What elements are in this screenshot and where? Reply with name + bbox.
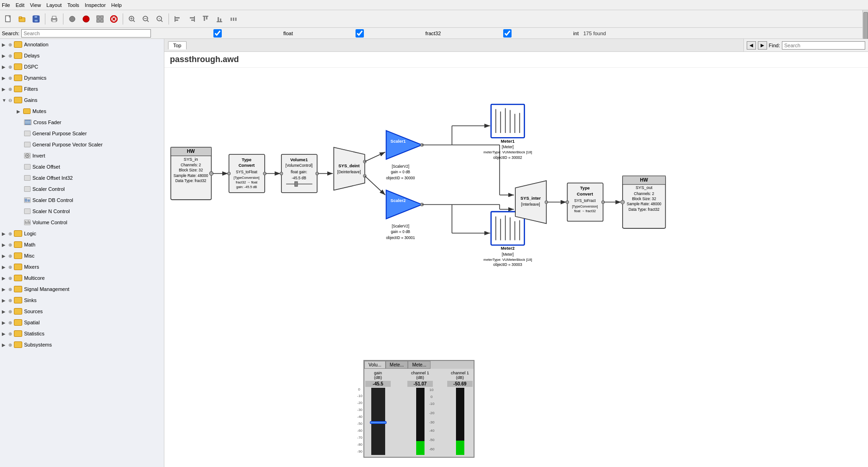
expand-subsystems[interactable]: ▶ xyxy=(2,342,8,347)
int-checkbox-label[interactable]: int xyxy=(443,29,579,38)
hw-out-block[interactable]: HW SYS_out Channels: 2 Block Size: 32 Sa… xyxy=(621,176,666,228)
find-input[interactable] xyxy=(782,41,865,50)
align-left-button[interactable] xyxy=(171,13,184,25)
sys-deint-block[interactable]: SYS_deint [Deinterleave] xyxy=(334,147,366,190)
tree-item-mutes[interactable]: ▶ Mutes xyxy=(9,106,164,117)
stop2-button[interactable] xyxy=(107,13,120,25)
align-right-button[interactable] xyxy=(185,13,198,25)
tree-item-mixers[interactable]: ▶ ⊕ Mixers xyxy=(0,261,164,272)
gains-children: ▶ Mutes Cross Fader General Purpose Scal… xyxy=(0,106,164,228)
float-checkbox-label[interactable]: float xyxy=(153,29,293,38)
tree-label-subsystems: Subsystems xyxy=(24,342,52,347)
meter2-block[interactable]: Meter2 [Meter] meterType: VUMeterBlock [… xyxy=(483,212,532,267)
hw-in-block[interactable]: HW SYS_in Channels: 2 Block Size: 32 Sam… xyxy=(171,147,213,200)
meter-tab-meter2[interactable]: Mete... xyxy=(408,361,431,369)
meter-tab-meter1[interactable]: Mete... xyxy=(386,361,408,369)
layout-button[interactable] xyxy=(94,13,106,25)
menu-inspector[interactable]: Inspector xyxy=(85,2,106,8)
tab-top[interactable]: Top xyxy=(168,41,187,50)
align-top-button[interactable] xyxy=(199,13,212,25)
volume1-block[interactable]: Volume1 [VolumeControl] float gain: -45.… xyxy=(280,154,318,192)
type-convert1-block[interactable]: Type Convert SYS_toFloat [TypeConversion… xyxy=(227,154,266,192)
scaler2-block[interactable]: Scaler2 [ScalerV2] gain = 0 dB objectID … xyxy=(386,190,424,240)
scaler1-block[interactable]: Scaler1 [ScalerV2] gain = 0 dB objectID … xyxy=(386,131,424,180)
tree-item-dynamics[interactable]: ▶ ⊕ Dynamics xyxy=(0,72,164,83)
expand-sinks[interactable]: ▶ xyxy=(2,298,8,303)
tree-label-gp-scaler: General Purpose Scaler xyxy=(32,131,87,136)
zoom-fit-button[interactable]: + xyxy=(153,13,166,25)
expand-logic[interactable]: ▶ xyxy=(2,231,8,236)
tree-item-gpv-scaler[interactable]: General Purpose Vector Scaler xyxy=(9,139,164,150)
tree-item-multicore[interactable]: ▶ ⊕ Multicore xyxy=(0,272,164,284)
meter-tab-volume[interactable]: Volu... xyxy=(364,361,386,369)
diagram-area[interactable]: HW SYS_in Channels: 2 Block Size: 32 Sam… xyxy=(164,52,868,467)
expand-sources[interactable]: ▶ xyxy=(2,309,8,314)
expand-delays[interactable]: ▶ xyxy=(2,53,8,58)
type-convert2-block[interactable]: Type Convert SYS_toFract [TypeConversion… xyxy=(566,183,604,221)
tree-item-logic[interactable]: ▶ ⊕ Logic xyxy=(0,228,164,239)
expand-math[interactable]: ▶ xyxy=(2,242,8,247)
open-button[interactable] xyxy=(16,13,29,25)
align-bottom-button[interactable] xyxy=(213,13,226,25)
expand-multicore[interactable]: ▶ xyxy=(2,276,8,281)
expand-mixers[interactable]: ▶ xyxy=(2,265,8,270)
tree-item-scaleoffset[interactable]: Scale Offset xyxy=(9,161,164,172)
search-input[interactable] xyxy=(21,29,151,38)
tree-item-volume-control[interactable]: Volume Control xyxy=(9,217,164,228)
menu-view[interactable]: View xyxy=(30,2,41,8)
menu-edit[interactable]: Edit xyxy=(16,2,25,8)
gain-slider-knob[interactable] xyxy=(370,421,387,424)
tree-item-scaler-db[interactable]: Scaler DB Control xyxy=(9,195,164,206)
tree-item-sinks[interactable]: ▶ ⊕ Sinks xyxy=(0,295,164,306)
float-checkbox[interactable] xyxy=(153,29,282,38)
tree-item-gp-scaler[interactable]: General Purpose Scaler xyxy=(9,128,164,139)
save-button[interactable] xyxy=(30,13,43,25)
stop-button[interactable] xyxy=(80,13,93,25)
distribute-button[interactable] xyxy=(227,13,240,25)
expand-dspc[interactable]: ▶ xyxy=(2,64,8,69)
menu-tools[interactable]: Tools xyxy=(67,2,79,8)
tree-item-crossfader[interactable]: Cross Fader xyxy=(9,117,164,128)
new-button[interactable] xyxy=(2,13,15,25)
tree-item-scaler-control[interactable]: Scaler Control xyxy=(9,183,164,195)
menu-file[interactable]: File xyxy=(2,2,10,8)
menu-layout[interactable]: Layout xyxy=(46,2,62,8)
tree-item-gains[interactable]: ▼ ⊖ Gains xyxy=(0,95,164,106)
zoom-in-button[interactable] xyxy=(125,13,138,25)
sys-inter-block[interactable]: SYS_inter [Interleave] xyxy=(515,181,548,224)
expand-signal-mgmt[interactable]: ▶ xyxy=(2,287,8,292)
record-button[interactable] xyxy=(66,13,79,25)
expand-gains[interactable]: ▼ xyxy=(2,98,8,103)
tree-item-subsystems[interactable]: ▶ ⊕ Subsystems xyxy=(0,339,164,350)
tree-item-delays[interactable]: ▶ ⊕ Delays xyxy=(0,50,164,61)
fract32-checkbox[interactable] xyxy=(295,29,425,38)
find-next-button[interactable]: ▶ xyxy=(758,41,767,50)
expand-mutes[interactable]: ▶ xyxy=(17,109,23,114)
tree-item-math[interactable]: ▶ ⊕ Math xyxy=(0,239,164,250)
meter1-block[interactable]: Meter1 [Meter] meterType: VUMeterBlock [… xyxy=(483,104,532,159)
tree-item-sources[interactable]: ▶ ⊕ Sources xyxy=(0,306,164,317)
tree-item-misc[interactable]: ▶ ⊕ Misc xyxy=(0,250,164,261)
fract32-checkbox-label[interactable]: fract32 xyxy=(295,29,441,38)
expand-statistics[interactable]: ▶ xyxy=(2,331,8,336)
tree-item-statistics[interactable]: ▶ ⊕ Statistics xyxy=(0,328,164,339)
int-checkbox[interactable] xyxy=(443,29,572,38)
tree-item-annotation[interactable]: ▶ ⊕ Annotation xyxy=(0,39,164,50)
tree-item-spatial[interactable]: ▶ ⊕ Spatial xyxy=(0,317,164,328)
zoom-out-button[interactable] xyxy=(139,13,152,25)
tree-item-filters[interactable]: ▶ ⊕ Filters xyxy=(0,83,164,95)
menu-help[interactable]: Help xyxy=(111,2,122,8)
expand-spatial[interactable]: ▶ xyxy=(2,320,8,325)
expand-misc[interactable]: ▶ xyxy=(2,253,8,259)
tree-item-scaleoffset-int32[interactable]: Scale Offset Int32 xyxy=(9,172,164,183)
print-button[interactable] xyxy=(48,13,61,25)
folder-icon-dynamics xyxy=(14,75,22,81)
tree-item-signal-mgmt[interactable]: ▶ ⊕ Signal Management xyxy=(0,284,164,295)
expand-dynamics[interactable]: ▶ xyxy=(2,76,8,81)
expand-filters[interactable]: ▶ xyxy=(2,87,8,92)
expand-annotation[interactable]: ▶ xyxy=(2,42,8,47)
tree-item-scaler-n[interactable]: Scaler N Control xyxy=(9,206,164,217)
tree-item-dspc[interactable]: ▶ ⊕ DSPC xyxy=(0,61,164,72)
tree-item-invert[interactable]: Invert xyxy=(9,150,164,161)
find-prev-button[interactable]: ◀ xyxy=(747,41,756,50)
